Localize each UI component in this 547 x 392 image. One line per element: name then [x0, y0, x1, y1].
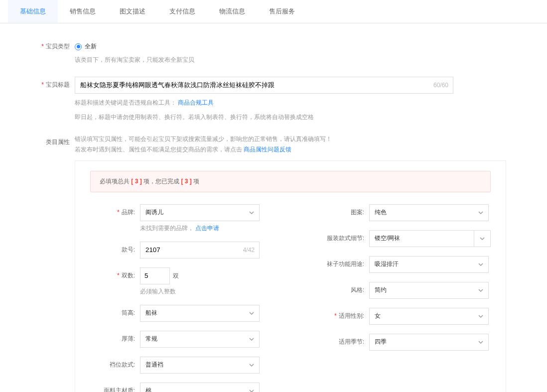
chevron-down-icon	[478, 288, 483, 293]
pairs-input[interactable]	[140, 267, 170, 284]
title-hint1: 标题和描述关键词是否违规自检工具：	[75, 99, 176, 106]
chevron-down-icon	[249, 337, 254, 342]
tab-basic[interactable]: 基础信息	[8, 0, 58, 23]
chevron-down-icon	[249, 210, 254, 215]
label-product-type: 宝贝类型	[30, 38, 75, 51]
select-function[interactable]: 吸湿排汗	[369, 256, 489, 273]
tab-richtext[interactable]: 图文描述	[108, 0, 157, 23]
type-hint: 该类目下，所有淘宝卖家，只能发布全新宝贝	[75, 55, 497, 65]
title-count: 60/60	[433, 77, 448, 94]
label-function: 袜子功能用途:	[319, 256, 369, 268]
label-thickness: 厚薄:	[90, 331, 140, 343]
select-brand[interactable]: 阖诱儿	[140, 204, 260, 221]
label-detail: 服装款式细节:	[319, 230, 369, 243]
chevron-down-icon	[478, 340, 483, 345]
chevron-down-icon	[478, 210, 483, 215]
category-warn1: 错误填写宝贝属性，可能会引起宝贝下架或搜索流量减少，影响您的正常销售，请认真准确…	[75, 135, 332, 142]
select-pattern[interactable]: 纯色	[369, 204, 489, 221]
chevron-down-icon	[478, 262, 483, 267]
select-tube[interactable]: 船袜	[140, 305, 260, 322]
label-style-no: 款号:	[90, 242, 140, 254]
tab-logistics[interactable]: 物流信息	[207, 0, 257, 23]
select-detail[interactable]: 镂空/网袜	[369, 230, 491, 247]
chevron-down-icon	[478, 314, 483, 319]
select-style[interactable]: 简约	[369, 282, 489, 299]
tab-service[interactable]: 售后服务	[257, 0, 307, 23]
label-pairs: 双数:	[90, 267, 140, 280]
chevron-down-icon	[249, 363, 254, 368]
label-pattern: 图案:	[319, 204, 369, 217]
chevron-down-icon	[480, 236, 485, 241]
radio-new[interactable]: 全新	[75, 42, 97, 51]
compliance-tool-link[interactable]: 商品合规工具	[178, 99, 214, 106]
radio-icon	[75, 43, 82, 50]
tab-sales[interactable]: 销售信息	[58, 0, 108, 23]
select-thickness[interactable]: 常规	[140, 331, 260, 348]
attr-feedback-link[interactable]: 商品属性问题反馈	[244, 146, 291, 153]
select-crotch[interactable]: 普通裆	[140, 357, 260, 374]
select-detail-dropdown[interactable]	[474, 230, 491, 247]
style-no-input[interactable]	[140, 242, 260, 259]
label-tube: 筒高:	[90, 305, 140, 317]
label-season: 适用季节:	[319, 334, 369, 346]
tab-bar: 基础信息 销售信息 图文描述 支付信息 物流信息 售后服务	[0, 0, 547, 23]
title-hint2: 即日起，标题中请勿使用制表符、换行符。若填入制表符、换行符，系统将自动替换成空格	[75, 112, 497, 122]
brand-apply-link[interactable]: 点击申请	[195, 225, 219, 232]
label-category: 类目属性	[30, 134, 75, 146]
pairs-hint: 必须输入整数	[140, 287, 179, 296]
pairs-unit: 双	[173, 267, 179, 284]
label-style: 风格:	[319, 282, 369, 294]
required-notice: 必填项总共 [ 3 ] 项，您已完成 [ 3 ] 项	[90, 171, 491, 192]
select-material[interactable]: 棉	[140, 383, 260, 392]
category-warn2: 若发布时遇到属性、属性值不能满足您提交商品的需求，请点击	[75, 146, 242, 153]
select-season[interactable]: 四季	[369, 334, 489, 351]
chevron-down-icon	[249, 311, 254, 316]
select-gender[interactable]: 女	[369, 308, 489, 325]
label-title: 宝贝标题	[30, 77, 75, 89]
tab-payment[interactable]: 支付信息	[157, 0, 207, 23]
style-no-count: 4/42	[243, 242, 255, 259]
label-crotch: 裆位款式:	[90, 357, 140, 369]
brand-hint: 未找到需要的品牌，	[140, 225, 194, 232]
title-input[interactable]	[75, 77, 453, 94]
category-box: 必填项总共 [ 3 ] 项，您已完成 [ 3 ] 项 品牌: 阖诱儿	[75, 160, 506, 392]
label-brand: 品牌:	[90, 204, 140, 217]
radio-label: 全新	[85, 42, 97, 51]
label-gender: 适用性别:	[319, 308, 369, 320]
chevron-down-icon	[249, 389, 254, 392]
label-material: 面料主材质:	[90, 383, 140, 392]
